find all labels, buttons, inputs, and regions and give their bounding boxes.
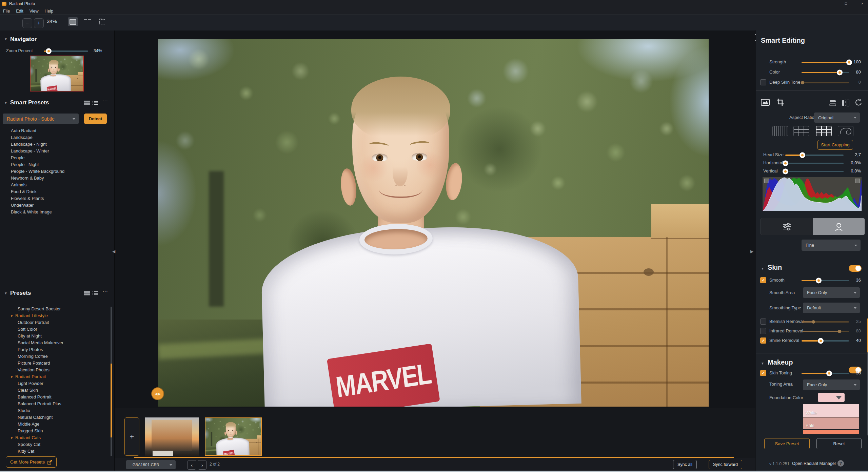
smooth-checkbox[interactable]: ✓: [760, 277, 766, 283]
collapse-skin-icon[interactable]: ▼: [761, 267, 764, 270]
list-view-icon[interactable]: [93, 291, 98, 295]
smart-preset-item[interactable]: Flowers & Plants: [0, 195, 112, 202]
sync-all-button[interactable]: Sync all: [673, 460, 697, 469]
add-image-button[interactable]: +: [124, 417, 139, 456]
preset-item[interactable]: Picture Postcard: [0, 360, 112, 367]
detail-level-dropdown[interactable]: Fine: [802, 240, 861, 251]
smart-preset-item[interactable]: Food & Drink: [0, 188, 112, 195]
foundation-option-pale[interactable]: Pale: [803, 417, 859, 430]
grid-view-icon[interactable]: [84, 291, 90, 295]
preset-item[interactable]: Vacation Photos: [0, 367, 112, 373]
preset-item[interactable]: Morning Coffee: [0, 353, 112, 360]
open-radiant-manager-link[interactable]: Open Radiant Manager: [792, 461, 836, 466]
detect-button[interactable]: Detect: [84, 114, 107, 124]
preset-item[interactable]: Studio: [0, 407, 112, 414]
preset-item[interactable]: Social Media Makeover: [0, 340, 112, 346]
smart-preset-item[interactable]: Underwater: [0, 202, 112, 209]
menu-file[interactable]: File: [0, 9, 13, 14]
maximize-button[interactable]: □: [841, 0, 851, 7]
collapse-navigator-icon[interactable]: ▼: [4, 37, 7, 41]
histogram-panel-icon[interactable]: [761, 99, 770, 106]
infrared-removal-checkbox[interactable]: [760, 328, 766, 334]
collapse-smart-presets-icon[interactable]: ▼: [4, 101, 7, 105]
preset-item[interactable]: Light Powder: [0, 380, 112, 387]
head-size-slider[interactable]: [785, 155, 844, 156]
preset-item[interactable]: Balanced Portrait: [0, 394, 112, 401]
preset-item[interactable]: Kitty Cat: [0, 448, 112, 455]
deep-skin-tone-slider[interactable]: [802, 82, 849, 83]
smart-preset-item[interactable]: Landscape - Night: [0, 141, 112, 148]
grid-view-icon[interactable]: [84, 101, 90, 105]
foundation-option-partial[interactable]: [803, 430, 859, 434]
grid-overlay-thirds-button[interactable]: [793, 126, 809, 136]
smart-preset-item[interactable]: Auto Radiant: [0, 127, 112, 134]
horizontal-slider[interactable]: [785, 163, 844, 164]
preset-item[interactable]: Clear Skin: [0, 387, 112, 394]
zoom-percent-slider[interactable]: [44, 50, 88, 52]
file-name-dropdown[interactable]: _G8A1601.CR3: [126, 460, 176, 469]
collapse-makeup-icon[interactable]: ▼: [761, 362, 764, 365]
preset-item[interactable]: Balanced Portrait Plus: [0, 401, 112, 407]
shadow-clipping-toggle[interactable]: [764, 179, 769, 183]
smart-preset-item[interactable]: Black & White Image: [0, 209, 112, 216]
deep-skin-tone-checkbox[interactable]: [760, 79, 766, 85]
sidebar-scrollbar[interactable]: [111, 307, 112, 456]
start-cropping-button[interactable]: Start Cropping: [817, 140, 853, 150]
strength-slider[interactable]: [802, 62, 849, 63]
rotate-icon[interactable]: [854, 99, 862, 106]
flip-vertical-icon[interactable]: [829, 100, 837, 106]
preset-item[interactable]: Middle Age: [0, 421, 112, 428]
preset-item[interactable]: Party Photos: [0, 346, 112, 353]
presets-menu-icon[interactable]: ⋯: [102, 288, 108, 294]
zoom-out-button[interactable]: −: [22, 18, 32, 28]
vertical-slider[interactable]: [785, 171, 844, 172]
grid-overlay-fine-button[interactable]: [772, 126, 788, 136]
skin-toning-checkbox[interactable]: ✓: [760, 370, 766, 376]
preset-item[interactable]: Outdoor Portrait: [0, 319, 112, 326]
list-view-icon[interactable]: [93, 101, 98, 105]
preset-group[interactable]: ▼Radiant Portrait: [0, 373, 112, 380]
single-view-button[interactable]: [68, 17, 78, 26]
crop-tool-icon[interactable]: [776, 98, 784, 106]
skin-toning-slider[interactable]: [802, 373, 849, 374]
smart-preset-item[interactable]: People - White Background: [0, 168, 112, 175]
next-image-button[interactable]: ›: [198, 460, 207, 470]
toning-area-dropdown[interactable]: Face Only: [803, 379, 860, 390]
smart-preset-item[interactable]: Animals: [0, 182, 112, 188]
foundation-color-swatch[interactable]: [818, 393, 845, 402]
compare-view-button[interactable]: [97, 17, 107, 26]
tab-portrait[interactable]: [813, 218, 865, 235]
preset-item[interactable]: Soft Color: [0, 326, 112, 333]
skin-toggle[interactable]: [849, 265, 862, 272]
shine-removal-checkbox[interactable]: ✓: [760, 337, 766, 344]
before-after-toggle[interactable]: ◀▶: [151, 387, 164, 400]
shine-removal-slider[interactable]: [802, 340, 849, 342]
smart-preset-dropdown[interactable]: Radiant Photo - Subtle: [3, 114, 79, 124]
close-button[interactable]: ×: [857, 0, 867, 7]
preset-item[interactable]: Spooky Cat: [0, 441, 112, 448]
help-icon[interactable]: ?: [837, 460, 844, 467]
filmstrip-thumbnail-1[interactable]: [145, 417, 199, 456]
preset-item[interactable]: Rugged Skin: [0, 428, 112, 434]
smart-preset-item[interactable]: People - Night: [0, 161, 112, 168]
grid-overlay-spiral-button[interactable]: [838, 126, 853, 136]
aspect-ratio-dropdown[interactable]: Original: [814, 112, 860, 123]
preset-group[interactable]: ▼Radiant Cats: [0, 434, 112, 441]
reset-button[interactable]: Reset: [816, 438, 862, 449]
sidebar-scrollbar-thumb[interactable]: [111, 364, 112, 437]
previous-image-button[interactable]: ‹: [187, 460, 196, 470]
smooth-slider[interactable]: [802, 280, 849, 281]
highlight-clipping-toggle[interactable]: [855, 179, 860, 183]
collapse-left-panel-arrow[interactable]: ◀: [112, 249, 115, 254]
collapse-presets-icon[interactable]: ▼: [4, 291, 7, 295]
color-slider[interactable]: [802, 72, 849, 73]
tab-adjustments[interactable]: [761, 218, 813, 235]
infrared-removal-slider[interactable]: [802, 331, 849, 332]
smart-preset-item[interactable]: Landscape: [0, 134, 112, 141]
blemish-removal-slider[interactable]: [802, 321, 849, 323]
split-view-button[interactable]: [82, 17, 93, 26]
zoom-in-button[interactable]: +: [34, 18, 44, 28]
smooth-area-dropdown[interactable]: Face Only: [803, 287, 860, 298]
blemish-removal-checkbox[interactable]: [760, 319, 766, 325]
foundation-option-white[interactable]: White: [803, 404, 859, 417]
